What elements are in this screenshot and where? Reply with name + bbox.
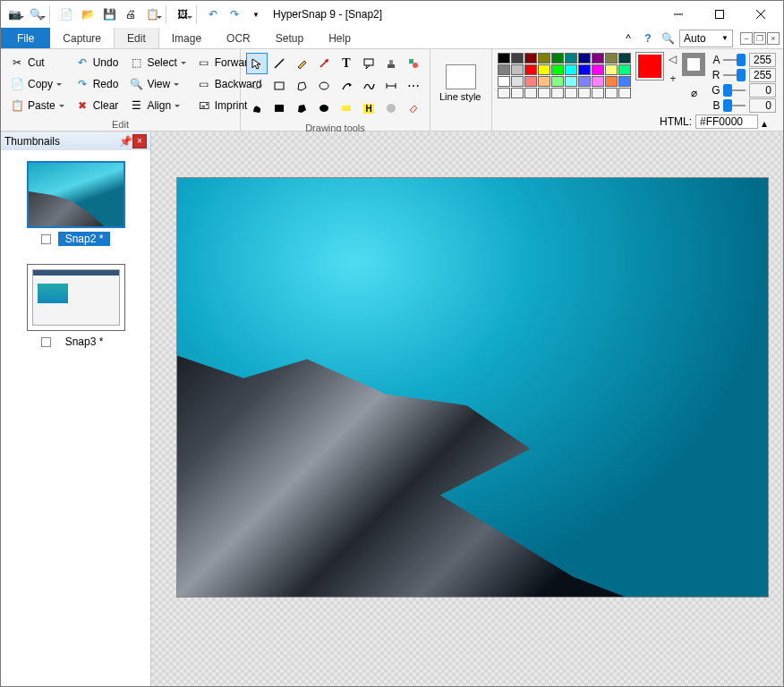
palette-color[interactable]: [498, 53, 510, 64]
palette-color[interactable]: [565, 76, 577, 87]
measure-tool[interactable]: [380, 75, 402, 97]
select-button[interactable]: ⬚Select: [125, 53, 189, 72]
tab-help[interactable]: Help: [316, 28, 363, 48]
palette-color[interactable]: [511, 53, 524, 64]
polygon-tool[interactable]: [291, 75, 312, 97]
thumbnail-checkbox[interactable]: [41, 337, 51, 347]
help-button[interactable]: ?: [640, 30, 656, 47]
palette-color[interactable]: [578, 76, 591, 87]
palette-color[interactable]: [618, 76, 631, 87]
recent-dropdown[interactable]: 🖼: [173, 4, 192, 24]
zoom-selector[interactable]: Auto▼: [679, 30, 733, 47]
palette-color[interactable]: [618, 88, 631, 98]
cut-button[interactable]: ✂Cut: [6, 53, 68, 72]
blue-slider[interactable]: [723, 101, 746, 110]
tab-capture[interactable]: Capture: [50, 28, 114, 48]
alpha-slider[interactable]: [723, 55, 746, 64]
ellipse-tool[interactable]: [313, 75, 335, 97]
palette-color[interactable]: [551, 76, 564, 87]
rect-fill-tool[interactable]: [268, 98, 290, 119]
add-color-icon[interactable]: +: [669, 72, 676, 85]
callout-tool[interactable]: [358, 53, 379, 74]
pin-icon[interactable]: 📌: [118, 135, 132, 148]
palette-color[interactable]: [565, 53, 577, 64]
line-style-preview[interactable]: [446, 64, 476, 89]
lasso-tool[interactable]: [246, 75, 268, 97]
palette-color[interactable]: [551, 88, 564, 98]
alpha-value[interactable]: 255: [749, 53, 776, 67]
eyedropper-icon[interactable]: ⌀: [691, 87, 697, 99]
undo-button[interactable]: ↶: [203, 4, 223, 24]
green-slider[interactable]: [723, 86, 746, 95]
red-value[interactable]: 255: [749, 68, 776, 82]
image-view[interactable]: [176, 177, 769, 598]
view-button[interactable]: 🔍View: [125, 74, 189, 94]
minimize-button[interactable]: [658, 1, 699, 28]
green-value[interactable]: 0: [749, 83, 776, 98]
thumbnail-checkbox[interactable]: [41, 234, 51, 244]
paste-button[interactable]: 📋Paste: [6, 96, 68, 115]
capture-dropdown[interactable]: 📷: [4, 4, 24, 24]
text-tool[interactable]: T: [336, 53, 357, 74]
html-color-input[interactable]: [695, 114, 758, 129]
pencil-tool[interactable]: [291, 53, 312, 74]
arrow-tool[interactable]: [313, 53, 335, 74]
tab-ocr[interactable]: OCR: [214, 28, 263, 48]
palette-color[interactable]: [538, 88, 550, 98]
palette-color[interactable]: [605, 53, 618, 64]
undo-button[interactable]: ↶Undo: [72, 53, 123, 72]
mdi-minimize[interactable]: –: [740, 32, 753, 45]
background-swatch[interactable]: [682, 53, 705, 76]
collapse-ribbon-button[interactable]: ^: [620, 30, 636, 47]
palette-color[interactable]: [578, 53, 591, 64]
eraser-tool[interactable]: [403, 98, 424, 119]
palette-color[interactable]: [565, 64, 577, 75]
red-slider[interactable]: [723, 71, 746, 80]
palette-color[interactable]: [605, 64, 618, 75]
close-panel-button[interactable]: ×: [132, 134, 147, 148]
pointer-tool[interactable]: [246, 53, 268, 74]
palette-color[interactable]: [511, 88, 524, 98]
close-button[interactable]: [740, 1, 781, 28]
palette-color[interactable]: [578, 64, 591, 75]
palette-color[interactable]: [618, 64, 631, 75]
palette-color[interactable]: [592, 64, 604, 75]
palette-color[interactable]: [524, 53, 537, 64]
redo-button[interactable]: ↷Redo: [72, 74, 123, 94]
palette-color[interactable]: [605, 88, 618, 98]
tab-file[interactable]: File: [1, 28, 50, 48]
tab-image[interactable]: Image: [159, 28, 214, 48]
palette-color[interactable]: [551, 53, 564, 64]
palette-color[interactable]: [538, 64, 550, 75]
print-button[interactable]: 🖨: [121, 4, 141, 24]
palette-color[interactable]: [498, 76, 510, 87]
palette-color[interactable]: [511, 76, 524, 87]
mdi-restore[interactable]: ❐: [754, 32, 766, 45]
palette-color[interactable]: [498, 64, 510, 75]
palette-color[interactable]: [511, 64, 524, 75]
color-palette[interactable]: [498, 53, 631, 98]
stamp-tool[interactable]: [380, 53, 402, 74]
palette-color[interactable]: [592, 76, 604, 87]
palette-color[interactable]: [538, 76, 550, 87]
search-button[interactable]: 🔍: [660, 30, 676, 47]
rect-tool[interactable]: [268, 75, 290, 97]
canvas-area[interactable]: [151, 132, 783, 686]
copy-button[interactable]: 📄Copy: [6, 74, 68, 94]
mdi-close[interactable]: ×: [767, 32, 780, 45]
line-style-dropdown[interactable]: Line style: [439, 91, 482, 102]
polygon-fill-tool[interactable]: [291, 98, 312, 119]
copy-dropdown[interactable]: 📋: [142, 4, 162, 24]
redo-button[interactable]: ↷: [225, 4, 244, 24]
qat-customize[interactable]: ▼: [246, 4, 266, 24]
palette-color[interactable]: [592, 53, 604, 64]
palette-color[interactable]: [538, 53, 550, 64]
palette-color[interactable]: [618, 53, 631, 64]
swap-colors-icon[interactable]: ◁: [669, 53, 677, 65]
arc-tool[interactable]: [336, 75, 357, 97]
spline-tool[interactable]: [358, 75, 379, 97]
spinner-icon[interactable]: ▴: [762, 117, 772, 126]
maximize-button[interactable]: [699, 1, 740, 28]
clear-button[interactable]: ✖Clear: [72, 96, 123, 115]
blur-tool[interactable]: [380, 98, 402, 119]
